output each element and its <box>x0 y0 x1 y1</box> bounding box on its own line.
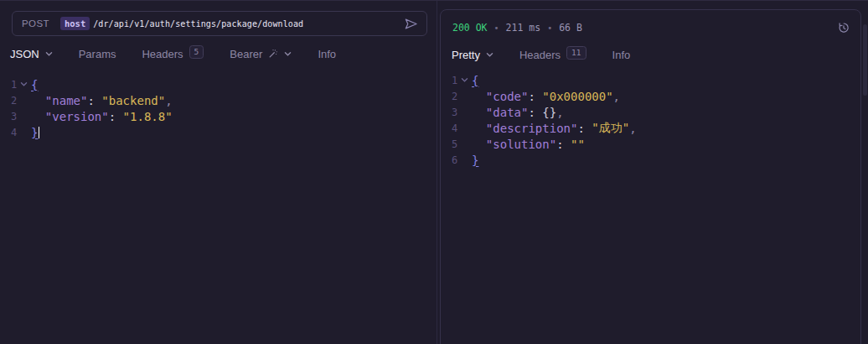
scrollbar-thumb[interactable] <box>863 24 867 96</box>
code-token: "description" <box>486 122 578 135</box>
tab-label: Bearer <box>230 48 262 60</box>
code-token <box>472 138 486 151</box>
fold-toggle[interactable] <box>17 81 31 87</box>
text-cursor <box>39 127 40 138</box>
separator-dot: • <box>494 23 499 33</box>
chevron-down-icon <box>45 51 53 57</box>
response-time: 211 ms <box>506 22 541 34</box>
fold-chevron-icon[interactable] <box>461 77 468 83</box>
code-token: { <box>472 74 478 87</box>
code-token: "version" <box>45 110 109 123</box>
tab-label: Pretty <box>452 49 480 61</box>
response-pane: 200 OK • 211 ms • 66 B Pretty Headers 11 <box>437 1 868 344</box>
line-number: 1 <box>0 79 17 91</box>
response-headers-count-badge: 11 <box>566 46 586 60</box>
code-token: : <box>556 138 563 151</box>
code-token: "成功" <box>592 121 629 136</box>
code-token <box>585 122 592 135</box>
code-line[interactable]: 3 "data": {}, <box>441 104 860 120</box>
line-number: 2 <box>0 95 17 107</box>
tab-pretty[interactable]: Pretty <box>452 49 493 61</box>
request-pane: POST host /dr/api/v1/auth/settings/packa… <box>0 1 437 344</box>
code-token <box>472 106 486 119</box>
tab-headers[interactable]: Headers 5 <box>142 47 204 61</box>
auth-wand-icon <box>268 49 278 59</box>
code-line[interactable]: 6} <box>441 152 860 168</box>
code-token: : <box>87 94 94 107</box>
code-token: "code" <box>486 90 529 103</box>
tab-label: Headers <box>142 48 183 60</box>
code-line[interactable]: 2 "code": "0x000000", <box>441 88 860 104</box>
code-token: , <box>165 94 172 107</box>
chevron-down-icon <box>486 52 493 58</box>
code-line[interactable]: 1{ <box>441 72 860 88</box>
tab-auth-bearer[interactable]: Bearer <box>230 48 292 60</box>
code-line[interactable]: 3 "version": "1.8.8" <box>0 108 437 124</box>
response-container: 200 OK • 211 ms • 66 B Pretty Headers 11 <box>440 9 861 344</box>
send-request-button[interactable] <box>404 18 418 30</box>
code-token: : <box>109 110 116 123</box>
code-token <box>31 94 45 107</box>
code-line[interactable]: 2 "name": "backend", <box>0 92 437 108</box>
response-size: 66 B <box>559 22 582 34</box>
request-method[interactable]: POST <box>22 18 49 29</box>
code-line[interactable]: 4} <box>0 124 437 140</box>
tab-params[interactable]: Params <box>79 48 116 60</box>
api-client-app: { "request": { "method": "POST", "url": … <box>0 0 868 344</box>
tab-label: Info <box>318 48 336 60</box>
request-tabs: JSON Params Headers 5 Bearer Info <box>10 44 336 63</box>
code-token: "backend" <box>101 94 165 107</box>
line-number: 6 <box>441 154 457 166</box>
request-url-bar[interactable]: POST host /dr/api/v1/auth/settings/packa… <box>12 11 427 36</box>
code-token <box>472 122 486 135</box>
chevron-down-icon <box>284 51 292 57</box>
response-body-editor[interactable]: 1{2 "code": "0x000000",3 "data": {},4 "d… <box>441 72 860 168</box>
code-token: {} <box>542 106 556 119</box>
line-number: 3 <box>441 107 457 118</box>
code-token <box>95 94 101 107</box>
code-token <box>535 90 542 103</box>
code-token <box>31 110 45 123</box>
line-number: 4 <box>441 122 457 134</box>
fold-chevron-icon[interactable] <box>20 81 28 87</box>
request-body-editor[interactable]: 1{2 "name": "backend",3 "version": "1.8.… <box>0 76 437 140</box>
code-token <box>564 138 571 151</box>
line-number: 2 <box>441 91 457 102</box>
tab-response-info[interactable]: Info <box>612 49 631 61</box>
tab-label: Params <box>79 48 116 60</box>
code-token: , <box>556 106 563 119</box>
code-line[interactable]: 4 "description": "成功", <box>441 120 860 136</box>
tab-json-body[interactable]: JSON <box>10 48 53 60</box>
send-icon <box>404 18 418 30</box>
code-token <box>535 106 542 119</box>
tab-label: Info <box>612 49 631 61</box>
history-clock-icon <box>837 21 850 34</box>
code-token: } <box>472 154 478 167</box>
separator-dot: • <box>547 23 552 33</box>
code-token: } <box>31 126 38 139</box>
code-line[interactable]: 5 "solution": "" <box>441 136 860 152</box>
code-line[interactable]: 1{ <box>0 76 437 92</box>
code-token: , <box>629 122 636 135</box>
line-number: 4 <box>0 127 17 138</box>
response-tabs: Pretty Headers 11 Info <box>452 45 630 64</box>
code-token <box>472 90 486 103</box>
line-number: 3 <box>0 111 17 122</box>
line-number: 1 <box>441 75 457 86</box>
code-token: { <box>31 78 38 91</box>
code-token: : <box>528 90 535 103</box>
headers-count-badge: 5 <box>189 45 204 60</box>
line-number: 5 <box>441 138 457 150</box>
request-url-path[interactable]: /dr/api/v1/auth/settings/package/downloa… <box>93 19 303 29</box>
code-token: "0x000000" <box>542 90 612 103</box>
tab-request-info[interactable]: Info <box>318 48 336 60</box>
code-token: : <box>528 106 535 119</box>
host-variable-pill[interactable]: host <box>60 17 90 30</box>
fold-toggle[interactable] <box>457 77 472 83</box>
code-token: "solution" <box>486 138 556 151</box>
response-history-button[interactable] <box>837 21 850 34</box>
tab-label: JSON <box>10 48 39 60</box>
response-status-row: 200 OK • 211 ms • 66 B <box>452 21 850 34</box>
tab-response-headers[interactable]: Headers 11 <box>519 48 586 62</box>
code-token: , <box>613 90 620 103</box>
